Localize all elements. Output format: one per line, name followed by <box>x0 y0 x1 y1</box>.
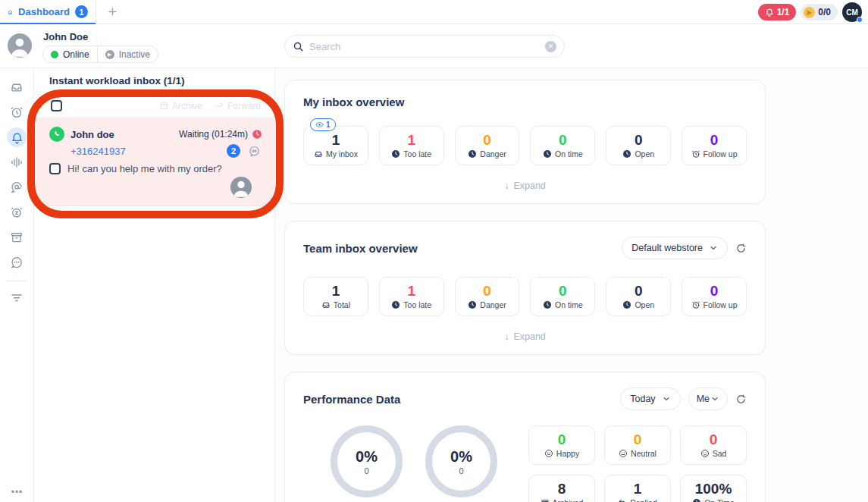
period-filter-dropdown[interactable]: Today <box>620 387 680 410</box>
acquisition-gauge: 0% 0 Acquisition <box>331 425 403 502</box>
inbox-icon <box>321 300 331 309</box>
sidebar-item-inbox[interactable] <box>7 77 27 97</box>
stat-value: 0 <box>635 284 643 299</box>
chevron-down-icon <box>662 394 671 403</box>
forward-label: Forward <box>227 101 261 111</box>
sidebar-item-snoozed[interactable] <box>7 202 27 222</box>
stat-card-on-time[interactable]: 0 On time <box>530 277 595 316</box>
stat-value: 0 <box>558 432 566 447</box>
conversation-list-item[interactable]: John doe Waiting (01:24m) +316241937 2 H… <box>34 118 274 206</box>
stat-label: Danger <box>480 149 506 158</box>
topbar-right: 1/1 ▶ 0/0 CM <box>758 0 862 24</box>
unread-count-badge: 2 <box>227 144 240 158</box>
stat-value: 0 <box>559 284 567 299</box>
stat-value: 1 <box>332 284 340 299</box>
coins-badge[interactable]: ▶ 0/0 <box>801 4 838 20</box>
refresh-button[interactable] <box>735 394 747 405</box>
stat-card-happy[interactable]: 0 Happy <box>528 425 595 465</box>
stat-card-archived[interactable]: 8 Archived <box>528 475 595 502</box>
sidebar-item-mentions[interactable] <box>7 177 27 197</box>
conversation-checkbox[interactable] <box>49 163 61 174</box>
stat-label: Total <box>334 300 350 309</box>
stat-card-total[interactable]: 1 Total <box>303 277 368 316</box>
sidebar-item-reminders[interactable] <box>7 102 27 122</box>
period-filter-label: Today <box>630 394 655 404</box>
stat-value: 1 <box>332 133 340 148</box>
my-inbox-overview-card: My inbox overview 1 1 My inbox 1 <box>284 80 766 204</box>
reply-arrow-icon <box>618 498 627 502</box>
agent-filter-dropdown[interactable]: Me <box>688 387 728 410</box>
panel-title: Instant workload inbox (1/1) <box>34 68 274 95</box>
stat-card-neutral[interactable]: 0 Neutral <box>604 425 671 465</box>
webstore-filter-dropdown[interactable]: Default webstore <box>622 237 728 259</box>
expand-button[interactable]: ↓ Expand <box>303 177 747 194</box>
stat-card-on-time[interactable]: 100% On Time <box>680 475 747 502</box>
status-online-button[interactable]: Online <box>43 46 98 62</box>
user-avatar[interactable] <box>8 33 32 58</box>
team-inbox-stats: 1 Total 1 Too late 0 <box>303 277 747 316</box>
stat-value: 0 <box>635 133 643 148</box>
account-avatar[interactable]: CM <box>842 2 862 22</box>
watchers-count: 1 <box>326 121 331 129</box>
stat-card-follow-up[interactable]: 0 Follow up <box>682 126 747 165</box>
message-preview: Hi! can you help me with my order? <box>67 163 222 174</box>
clear-search-icon[interactable]: ✕ <box>545 41 556 52</box>
clock-icon <box>468 149 477 158</box>
stat-card-open[interactable]: 0 Open <box>606 126 671 165</box>
stat-value: 0 <box>634 432 642 447</box>
stat-card-on-time[interactable]: 0 On time <box>530 126 595 165</box>
neutral-face-icon <box>619 449 628 458</box>
performance-stats: 0 Happy 0 Neutral 0 <box>528 425 747 502</box>
archive-button[interactable]: Archive <box>159 101 202 111</box>
stat-card-danger[interactable]: 0 Danger <box>455 277 520 316</box>
sad-face-icon <box>700 449 710 458</box>
gauge-percent: 0% <box>356 448 378 466</box>
refresh-button[interactable] <box>735 243 747 254</box>
stat-label: Replied <box>630 498 657 502</box>
my-inbox-stats: 1 1 My inbox 1 Too late 0 <box>303 126 747 165</box>
forward-button[interactable]: Forward <box>215 101 261 111</box>
archive-icon <box>159 101 169 111</box>
status-inactive-button[interactable]: ▶ Inactive <box>98 46 158 62</box>
whatsapp-icon <box>49 127 64 142</box>
expand-button[interactable]: ↓ Expand <box>303 328 747 345</box>
alerts-badge[interactable]: 1/1 <box>758 4 797 20</box>
person-icon <box>230 177 252 198</box>
stat-card-follow-up[interactable]: 0 Follow up <box>682 277 747 316</box>
agent-filter-label: Me <box>697 394 710 404</box>
sidebar-item-spam[interactable] <box>7 253 27 272</box>
section-title: My inbox overview <box>303 96 404 108</box>
alarm-icon <box>691 149 700 158</box>
stat-value: 0 <box>483 133 491 148</box>
more-options-button[interactable]: ••• <box>0 487 34 497</box>
filter-icon <box>10 290 24 304</box>
tab-dashboard[interactable]: Dashboard 1 <box>0 0 96 24</box>
search-input[interactable] <box>309 41 540 52</box>
stat-card-too-late[interactable]: 1 Too late <box>379 277 444 316</box>
sidebar-item-notifications[interactable] <box>7 127 27 147</box>
sidebar-item-voice[interactable] <box>7 152 27 172</box>
availability-toggle: Online ▶ Inactive <box>42 45 158 63</box>
user-name: John Doe <box>43 31 88 42</box>
stat-card-my-inbox[interactable]: 1 1 My inbox <box>303 126 368 165</box>
stat-card-replied[interactable]: 1 Replied <box>604 475 671 502</box>
stat-label: On time <box>555 300 583 309</box>
stat-card-open[interactable]: 0 Open <box>606 277 671 316</box>
eye-icon <box>315 121 324 129</box>
panel-toolbar: Archive Forward <box>34 95 274 118</box>
top-tab-bar: Dashboard 1 1/1 ▶ 0/0 CM <box>0 0 868 24</box>
select-all-checkbox[interactable] <box>51 100 62 111</box>
stat-card-danger[interactable]: 0 Danger <box>455 126 520 165</box>
new-tab-button[interactable] <box>107 6 118 17</box>
contact-phone[interactable]: +316241937 <box>71 146 126 157</box>
sidebar-item-archived[interactable] <box>7 227 27 247</box>
clock-icon <box>692 498 701 502</box>
stat-label: Archived <box>553 498 584 502</box>
stat-card-sad[interactable]: 0 Sad <box>680 425 747 465</box>
user-bar: John Doe Online ▶ Inactive ✕ <box>0 24 868 68</box>
stat-label: Open <box>635 149 654 158</box>
sidebar-item-filters[interactable] <box>7 287 27 307</box>
gauge-count: 0 <box>459 466 463 475</box>
stat-label: Neutral <box>631 449 656 458</box>
stat-card-too-late[interactable]: 1 Too late <box>379 126 444 165</box>
